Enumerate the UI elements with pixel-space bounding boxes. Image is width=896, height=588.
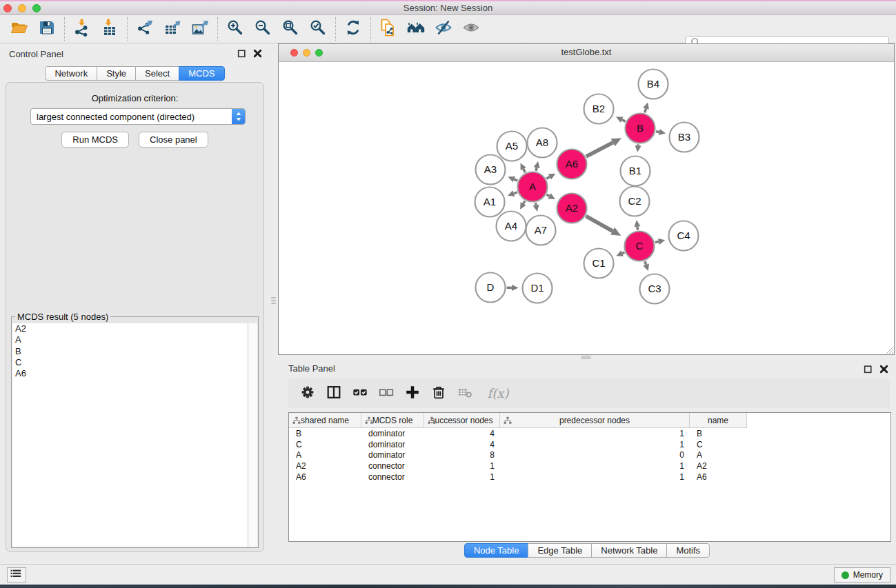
graph-edge-A2-C[interactable]: [586, 216, 613, 232]
table-settings-button[interactable]: [298, 383, 317, 404]
table-cell[interactable]: 1: [500, 440, 690, 449]
graph-edge-B-B2[interactable]: [622, 120, 626, 122]
memory-button[interactable]: Memory: [834, 567, 890, 582]
graph-node-C3[interactable]: C3: [640, 274, 670, 304]
table-row[interactable]: Bdominator41B: [289, 428, 890, 439]
mcds-result-item[interactable]: A: [12, 334, 248, 345]
export-table-button[interactable]: [159, 17, 186, 41]
graph-edge-A-A2[interactable]: [547, 194, 550, 196]
network-minimize-button[interactable]: [303, 49, 310, 57]
column-header-MCDS-role[interactable]: MCDS role: [361, 413, 424, 428]
delete-columns-button[interactable]: [429, 383, 448, 404]
column-header-successor-nodes[interactable]: successor nodes: [424, 413, 500, 428]
table-cell[interactable]: B: [690, 429, 747, 438]
show-network-overview-button[interactable]: [402, 17, 430, 41]
table-cell[interactable]: A2: [690, 461, 747, 471]
save-session-button[interactable]: [33, 17, 61, 41]
task-history-button[interactable]: [7, 567, 26, 582]
sort-hierarchy-icon[interactable]: [504, 416, 512, 425]
clone-network-button[interactable]: [375, 17, 402, 41]
graph-edge-B-B3[interactable]: [656, 132, 659, 132]
tab-motifs[interactable]: Motifs: [666, 543, 710, 558]
table-cell[interactable]: 1: [424, 461, 500, 471]
create-new-column-button[interactable]: [403, 383, 422, 404]
graph-node-B3[interactable]: B3: [670, 123, 699, 152]
show-graphics-details-button[interactable]: [457, 17, 485, 41]
show-column-panel-button[interactable]: [324, 383, 344, 404]
tab-node-table[interactable]: Node Table: [464, 543, 529, 558]
tab-select[interactable]: Select: [135, 66, 179, 81]
graph-edge-C-C2[interactable]: [637, 227, 638, 230]
network-maximize-button[interactable]: [315, 49, 323, 57]
tab-network[interactable]: Network: [45, 66, 97, 81]
graph-edge-A-A7[interactable]: [535, 203, 536, 205]
vertical-splitter[interactable]: [270, 43, 278, 564]
table-row[interactable]: Cdominator41C: [289, 439, 890, 450]
zoom-fit-content-button[interactable]: [277, 17, 304, 41]
mcds-result-list[interactable]: A2ABCA6: [12, 323, 248, 547]
table-cell[interactable]: dominator: [361, 440, 424, 449]
table-cell[interactable]: 1: [500, 472, 690, 482]
graph-edge-A-A4[interactable]: [524, 201, 525, 204]
export-network-button[interactable]: [131, 17, 159, 41]
table-cell[interactable]: 4: [424, 440, 500, 449]
mcds-result-item[interactable]: B: [12, 346, 248, 357]
table-cell[interactable]: 1: [500, 429, 690, 438]
tab-mcds[interactable]: MCDS: [179, 66, 224, 81]
import-network-button[interactable]: [68, 17, 96, 41]
table-cell[interactable]: 8: [424, 450, 500, 460]
maximize-window-button[interactable]: [32, 4, 41, 12]
mcds-result-item[interactable]: A2: [12, 323, 248, 334]
import-table-button[interactable]: [96, 17, 123, 41]
graph-node-C4[interactable]: C4: [669, 221, 699, 251]
table-cell[interactable]: A: [690, 450, 747, 460]
table-cell[interactable]: connector: [361, 472, 424, 482]
tab-style[interactable]: Style: [97, 66, 136, 81]
graph-edge-A-A5[interactable]: [524, 169, 526, 172]
table-row[interactable]: A2connector11A2: [289, 460, 890, 472]
table-cell[interactable]: dominator: [361, 450, 424, 460]
table-row[interactable]: Adominator80A: [289, 450, 890, 461]
table-cell[interactable]: dominator: [361, 429, 424, 438]
table-cell[interactable]: A6: [289, 472, 361, 482]
table-cell[interactable]: 1: [500, 461, 690, 471]
table-cell[interactable]: C: [289, 440, 361, 449]
graph-node-A7[interactable]: A7: [526, 216, 556, 245]
graph-edge-A-A6[interactable]: [546, 177, 550, 179]
hide-graphics-details-button[interactable]: [430, 17, 457, 41]
table-cell[interactable]: connector: [361, 461, 424, 471]
criterion-select[interactable]: largest connected component (directed): [30, 108, 246, 125]
graph-edge-C-C4[interactable]: [655, 241, 659, 242]
table-cell[interactable]: A: [289, 450, 361, 460]
network-window-titlebar[interactable]: testGlobe.txt: [279, 44, 894, 62]
table-row[interactable]: A6connector11A6: [289, 472, 890, 483]
network-close-button[interactable]: [290, 49, 298, 57]
table-cell[interactable]: A6: [690, 472, 747, 482]
float-panel-icon[interactable]: [237, 48, 247, 59]
column-header-shared-name[interactable]: shared name: [289, 413, 361, 428]
resize-grip-icon[interactable]: [884, 344, 893, 354]
graph-edge-A-A1[interactable]: [514, 192, 517, 194]
graph-node-B1[interactable]: B1: [621, 156, 650, 186]
float-panel-icon[interactable]: [863, 364, 873, 374]
sort-hierarchy-icon[interactable]: [292, 416, 301, 425]
zoom-out-button[interactable]: [249, 17, 277, 41]
unselect-all-columns-button[interactable]: [377, 383, 396, 404]
table-cell[interactable]: C: [690, 440, 747, 449]
sort-hierarchy-icon[interactable]: [365, 416, 373, 425]
table-cell[interactable]: B: [289, 429, 361, 438]
tab-network-table[interactable]: Network Table: [591, 543, 667, 558]
graph-node-C2[interactable]: C2: [620, 187, 650, 216]
zoom-selected-button[interactable]: [304, 17, 332, 41]
graph-node-B2[interactable]: B2: [584, 94, 614, 124]
open-session-button[interactable]: [6, 17, 33, 41]
graph-node-D[interactable]: D: [476, 273, 506, 303]
sort-hierarchy-icon[interactable]: [428, 416, 436, 425]
table-cell[interactable]: 1: [424, 472, 500, 482]
graph-edge-A-A8[interactable]: [536, 168, 537, 171]
graph-node-C1[interactable]: C1: [584, 249, 614, 278]
graph-node-A3[interactable]: A3: [476, 155, 506, 185]
graph-edge-A-A3[interactable]: [514, 179, 517, 181]
graph-node-A8[interactable]: A8: [528, 128, 557, 158]
close-panel-icon[interactable]: [252, 48, 263, 59]
